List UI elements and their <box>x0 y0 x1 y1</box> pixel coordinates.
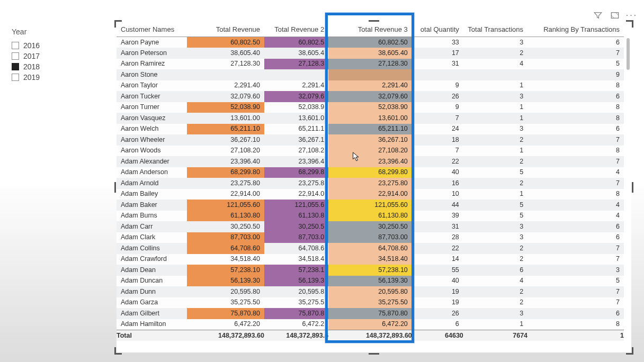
cell: 4 <box>527 200 624 211</box>
resize-handle-left[interactable] <box>114 182 116 193</box>
resize-handle-br[interactable] <box>626 347 633 355</box>
cell: 44 <box>412 200 463 211</box>
cell: Adam Dunn <box>117 286 187 297</box>
checkbox-icon[interactable] <box>12 52 19 60</box>
cell: 2,291.40 <box>328 80 412 92</box>
resize-handle-right[interactable] <box>632 182 633 193</box>
col-header-rnk[interactable]: Ranking By Transactions <box>527 22 624 37</box>
cell: 8 <box>527 113 624 124</box>
cell: Aaron Ramirez <box>117 59 187 70</box>
cell: 31 <box>412 59 463 70</box>
cell: 20,595.8 <box>264 286 328 297</box>
cell: 1 <box>463 113 527 124</box>
table-row[interactable]: Aaron Woods27,108.2027,108.227,108.20718 <box>117 146 624 157</box>
cell: 22,914.0 <box>264 189 328 200</box>
table-row[interactable]: Adam Bailey22,914.0022,914.022,914.00101… <box>117 189 624 200</box>
col-header-rev2[interactable]: Total Revenue 2 <box>264 22 328 37</box>
cell: Adam Garza <box>117 297 187 309</box>
table-row[interactable]: Adam Anderson68,299.8068,299.868,299.804… <box>117 167 624 178</box>
total-rev1: 148,372,893.60 <box>187 330 264 341</box>
table-row[interactable]: Adam Crawford34,518.4034,518.434,518.401… <box>117 254 624 265</box>
cell: 61,130.80 <box>187 211 264 222</box>
cell <box>463 69 527 80</box>
cell: 35,275.50 <box>187 297 264 309</box>
table-row[interactable]: Adam Dean57,238.1057,238.157,238.105563 <box>117 265 624 276</box>
cell: 23,396.4 <box>264 156 328 167</box>
checkbox-icon[interactable] <box>12 74 19 81</box>
table-row[interactable]: Adam Hamilton6,472.206,472.26,472.20618 <box>117 319 624 330</box>
table-row[interactable]: Adam Garza35,275.5035,275.535,275.501927 <box>117 297 624 309</box>
cell: 36,267.1 <box>264 134 328 146</box>
table-total-row: Total 148,372,893.60 148,372,893.6 148,3… <box>117 330 624 341</box>
cell: 55 <box>412 265 463 276</box>
focus-mode-icon[interactable] <box>610 11 620 20</box>
cell: 64,708.60 <box>328 243 412 254</box>
table-row[interactable]: Adam Arnold23,275.8023,275.823,275.80162… <box>117 178 624 189</box>
table-row[interactable]: Adam Duncan56,139.3056,139.356,139.30404… <box>117 276 624 287</box>
cell: 9 <box>527 69 624 80</box>
cell: 5 <box>527 59 624 70</box>
resize-handle-top[interactable] <box>369 20 379 22</box>
cell: 65,211.10 <box>187 124 264 135</box>
resize-handle-bottom[interactable] <box>369 353 379 355</box>
col-header-qty[interactable]: otal Quantity <box>412 22 463 37</box>
table-row[interactable]: Aaron Peterson38,605.4038,605.438,605.40… <box>117 48 624 59</box>
cell: 40 <box>412 276 463 287</box>
cell: Adam Crawford <box>117 254 187 265</box>
visual-header-icons: ··· <box>593 11 637 20</box>
table-row[interactable]: Adam Alexander23,396.4023,396.423,396.40… <box>117 156 624 167</box>
cell: 52,038.90 <box>328 102 412 113</box>
checkbox-icon[interactable] <box>12 63 19 70</box>
cell: 20,595.80 <box>328 286 412 297</box>
table-row[interactable]: Aaron Turner52,038.9052,038.952,038.9091… <box>117 102 624 113</box>
cell: 5 <box>463 200 527 211</box>
table-row[interactable]: Adam Collins64,708.6064,708.664,708.6022… <box>117 243 624 254</box>
cell: 38,605.4 <box>264 48 328 59</box>
table-row[interactable]: Aaron Stone9 <box>117 69 624 80</box>
slicer-item-2018[interactable]: 2018 <box>12 61 91 72</box>
cell: Aaron Vasquez <box>117 113 187 124</box>
table-row[interactable]: Adam Clark87,703.0087,703.087,703.002836 <box>117 232 624 243</box>
cell: 7 <box>527 297 624 309</box>
data-table: Customer Names Total Revenue Total Reven… <box>117 22 624 341</box>
cell: 56,139.3 <box>264 276 328 287</box>
total-rev2: 148,372,893.6 <box>264 330 328 341</box>
table-row[interactable]: Adam Burns61,130.8061,130.861,130.803954 <box>117 211 624 222</box>
cell: 56,139.30 <box>187 276 264 287</box>
table-row[interactable]: Aaron Ramirez27,128.3027,128.327,128.303… <box>117 59 624 70</box>
col-header-rev3[interactable]: Total Revenue 3 <box>328 22 412 37</box>
cell: 1 <box>463 80 527 92</box>
table-row[interactable]: Adam Gilbert75,870.8075,870.875,870.8026… <box>117 308 624 319</box>
table-row[interactable]: Adam Carr30,250.5030,250.530,250.503136 <box>117 221 624 232</box>
checkbox-icon[interactable] <box>12 42 19 49</box>
cell: 57,238.1 <box>264 265 328 276</box>
table-row[interactable]: Adam Dunn20,595.8020,595.820,595.801927 <box>117 286 624 297</box>
slicer-item-2016[interactable]: 2016 <box>12 40 91 51</box>
table-row[interactable]: Aaron Taylor2,291.402,291.42,291.40918 <box>117 80 624 92</box>
more-options-icon[interactable]: ··· <box>627 11 637 20</box>
resize-handle-tr[interactable] <box>626 20 633 28</box>
table-row[interactable]: Adam Baker121,055.60121,055.6121,055.604… <box>117 200 624 211</box>
cell: 7 <box>412 146 463 157</box>
cell: 8 <box>527 189 624 200</box>
slicer-item-2019[interactable]: 2019 <box>12 72 91 83</box>
cell: 60,802.5 <box>264 37 328 48</box>
col-header-customer[interactable]: Customer Names <box>117 22 187 37</box>
table-row[interactable]: Aaron Vasquez13,601.0013,601.013,601.007… <box>117 113 624 124</box>
cell: Adam Carr <box>117 221 187 232</box>
cell: Adam Bailey <box>117 189 187 200</box>
slicer-item-2017[interactable]: 2017 <box>12 51 91 61</box>
cell: 7 <box>527 48 624 59</box>
table-row[interactable]: Aaron Tucker32,079.6032,079.632,079.6026… <box>117 91 624 102</box>
col-header-rev1[interactable]: Total Revenue <box>187 22 264 37</box>
filter-icon[interactable] <box>593 11 603 20</box>
table-row[interactable]: Aaron Welch65,211.1065,211.165,211.10243… <box>117 124 624 135</box>
cell: 3 <box>463 232 527 243</box>
col-header-trn[interactable]: Total Transactions <box>463 22 527 37</box>
table-row[interactable]: Aaron Payne60,802.5060,802.560,802.50333… <box>117 37 624 48</box>
table-row[interactable]: Aaron Wheeler36,267.1036,267.136,267.101… <box>117 134 624 146</box>
cell: 36,267.10 <box>187 134 264 146</box>
cell: 6 <box>527 308 624 319</box>
vertical-scrollbar[interactable] <box>625 37 631 338</box>
cell: 8 <box>527 319 624 330</box>
